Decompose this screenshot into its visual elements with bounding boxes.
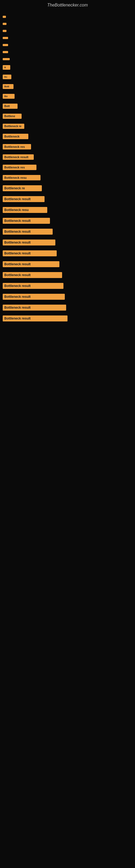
bar-label: Bottleneck re xyxy=(3,185,42,191)
bar-label: B xyxy=(3,65,10,70)
bar-label: Bottleneck result xyxy=(3,229,53,235)
bar-label: Bottleneck result xyxy=(3,305,66,311)
bar-row: Bott xyxy=(0,104,135,109)
bar-row xyxy=(0,23,135,25)
bar-label: Bottleneck result xyxy=(3,283,63,289)
bar-label xyxy=(3,30,6,32)
bar-label: Bottleneck result xyxy=(3,154,34,160)
bar-row: Bottleneck result xyxy=(0,261,135,267)
bar-label: Bottleneck result xyxy=(3,261,59,267)
bar-row xyxy=(0,58,135,60)
bars-container: BBoBottBoBottBottleneBottleneck reBottle… xyxy=(0,13,135,329)
bar-label: Bottleneck resu xyxy=(3,175,41,180)
bar-label: Bottleneck result xyxy=(3,294,65,300)
bar-row: Bottleneck result xyxy=(0,218,135,224)
bar-row: Bottleneck result xyxy=(0,305,135,311)
bar-label: Bott xyxy=(3,104,17,109)
bar-row: Bottleneck result xyxy=(0,315,135,321)
bar-row: Bo xyxy=(0,94,135,99)
bar-row: Bottleneck resu xyxy=(0,175,135,180)
bar-row xyxy=(0,16,135,18)
bar-label xyxy=(3,51,8,53)
bar-row: Bottleneck xyxy=(0,134,135,139)
bar-row xyxy=(0,30,135,32)
bar-label: Bott xyxy=(3,84,13,89)
bar-label: Bottlene xyxy=(3,114,21,119)
bar-row: Bottleneck result xyxy=(0,294,135,300)
bar-label: Bottleneck resu xyxy=(3,207,47,213)
bar-label: Bottleneck result xyxy=(3,196,45,202)
bar-row: Bo xyxy=(0,74,135,79)
bar-row: Bottleneck res xyxy=(0,144,135,150)
bar-label: Bottleneck res xyxy=(3,165,37,170)
bar-row: Bottlene xyxy=(0,114,135,119)
bar-row: Bottleneck result xyxy=(0,250,135,256)
bar-row: Bott xyxy=(0,84,135,89)
bar-label xyxy=(3,37,8,39)
bar-row xyxy=(0,51,135,53)
bar-row xyxy=(0,37,135,39)
bar-label xyxy=(3,44,8,46)
bar-row: Bottleneck res xyxy=(0,165,135,170)
bar-row: Bottleneck result xyxy=(0,196,135,202)
bar-label: Bottleneck res xyxy=(3,144,31,150)
bar-label: Bottleneck result xyxy=(3,315,68,321)
bar-label: Bottleneck result xyxy=(3,250,57,256)
site-title: TheBottlenecker.com xyxy=(0,0,135,13)
bar-row: Bottleneck result xyxy=(0,283,135,289)
bar-label: Bo xyxy=(3,74,11,79)
bar-label: Bottleneck result xyxy=(3,272,62,278)
bar-label: Bottleneck xyxy=(3,134,28,139)
bar-label: Bo xyxy=(3,94,14,99)
bar-row: Bottleneck result xyxy=(0,272,135,278)
bar-label: Bottleneck result xyxy=(3,218,50,224)
bar-label xyxy=(3,58,10,60)
bar-label xyxy=(3,23,6,25)
bar-row: Bottleneck re xyxy=(0,124,135,129)
bar-row: Bottleneck result xyxy=(0,240,135,246)
bar-row: Bottleneck resu xyxy=(0,207,135,213)
bar-label xyxy=(3,16,6,18)
bar-row: Bottleneck result xyxy=(0,154,135,160)
bar-row: Bottleneck result xyxy=(0,229,135,235)
bar-label: Bottleneck result xyxy=(3,240,55,246)
bar-label: Bottleneck re xyxy=(3,124,24,129)
bar-row: Bottleneck re xyxy=(0,185,135,191)
bar-row: B xyxy=(0,65,135,70)
bar-row xyxy=(0,44,135,46)
